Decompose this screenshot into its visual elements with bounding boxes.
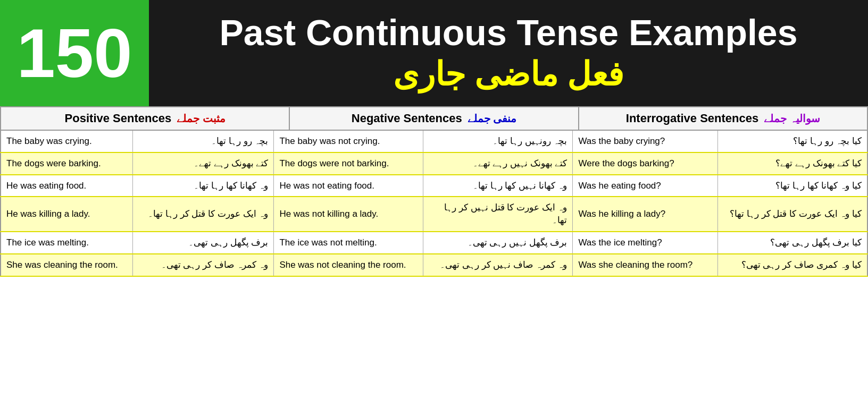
interrogative-label: Interrogative Sentences [626, 112, 758, 125]
pos-ur-cell: بچہ رو رہا تھا۔ [133, 130, 274, 152]
pos-ur-cell: وہ کمرہ صاف کر رہی تھی۔ [133, 254, 274, 276]
pos-ur-cell: وہ ایک عورت کا قتل کر رہا تھا۔ [133, 197, 274, 232]
int-ur-cell: کیا برف پگھل رہی تھی؟ [718, 232, 867, 254]
int-en-cell: Were the dogs barking? [573, 152, 718, 175]
section-headers-row: Positive Sentences مثبت جملے Negative Se… [0, 106, 868, 130]
pos-ur-cell: برف پگھل رہی تھی۔ [133, 232, 274, 254]
pos-en-cell: The baby was crying. [1, 130, 133, 152]
neg-en-cell: The dogs were not barking. [274, 152, 423, 175]
negative-urdu-label: منفی جملے [468, 112, 517, 125]
header-title-block: Past Continuous Tense Examples فعل ماضی … [149, 0, 868, 106]
neg-en-cell: He was not killing a lady. [274, 197, 423, 232]
int-en-cell: Was the ice melting? [573, 232, 718, 254]
neg-ur-cell: وہ ایک عورت کا قتل نہیں کر رہا تھا۔ [423, 197, 573, 232]
int-en-cell: Was she cleaning the room? [573, 254, 718, 276]
int-ur-cell: کیا وہ ایک عورت کا قتل کر رہا تھا؟ [718, 197, 867, 232]
positive-label: Positive Sentences [65, 112, 172, 125]
negative-label: Negative Sentences [352, 112, 462, 125]
int-ur-cell: کیا بچہ رو رہا تھا؟ [718, 130, 867, 152]
pos-ur-cell: کتے بھونک رہے تھے۔ [133, 152, 274, 175]
int-ur-cell: کیا وہ کمری صاف کر رہی تھی؟ [718, 254, 867, 276]
number-badge: 150 [0, 0, 149, 106]
int-ur-cell: کیا کتے بھونک رہے تھے؟ [718, 152, 867, 175]
interrogative-urdu-label: سوالیہ جملے [764, 112, 820, 125]
int-en-cell: Was he eating food? [573, 175, 718, 197]
pos-en-cell: He was killing a lady. [1, 197, 133, 232]
neg-ur-cell: برف پگھل نہیں رہی تھی۔ [423, 232, 573, 254]
pos-en-cell: She was cleaning the room. [1, 254, 133, 276]
neg-en-cell: The ice was not melting. [274, 232, 423, 254]
negative-section-header: Negative Sentences منفی جملے [290, 107, 579, 130]
int-ur-cell: کیا وہ کھانا کھا رہا تھا؟ [718, 175, 867, 197]
pos-ur-cell: وہ کھانا کھا رہا تھا۔ [133, 175, 274, 197]
int-en-cell: Was he killing a lady? [573, 197, 718, 232]
neg-ur-cell: بچہ رونہیں رہا تھا۔ [423, 130, 573, 152]
neg-en-cell: He was not eating food. [274, 175, 423, 197]
neg-ur-cell: وہ کمرہ صاف نہیں کر رہی تھی۔ [423, 254, 573, 276]
number-value: 150 [17, 19, 132, 88]
int-en-cell: Was the baby crying? [573, 130, 718, 152]
urdu-title: فعل ماضی جاری [393, 55, 624, 94]
positive-urdu-label: مثبت جملے [177, 112, 226, 125]
neg-ur-cell: کتے بھونک نہیں رہے تھے۔ [423, 152, 573, 175]
english-title: Past Continuous Tense Examples [219, 13, 797, 53]
pos-en-cell: The ice was melting. [1, 232, 133, 254]
positive-section-header: Positive Sentences مثبت جملے [1, 107, 290, 130]
pos-en-cell: He was eating food. [1, 175, 133, 197]
interrogative-section-header: Interrogative Sentences سوالیہ جملے [579, 107, 867, 130]
neg-en-cell: The baby was not crying. [274, 130, 423, 152]
neg-en-cell: She was not cleaning the room. [274, 254, 423, 276]
neg-ur-cell: وہ کھانا نہیں کھا رہا تھا۔ [423, 175, 573, 197]
header-section: 150 Past Continuous Tense Examples فعل م… [0, 0, 868, 106]
pos-en-cell: The dogs were barking. [1, 152, 133, 175]
main-table: The baby was crying. بچہ رو رہا تھا۔ The… [0, 130, 868, 277]
